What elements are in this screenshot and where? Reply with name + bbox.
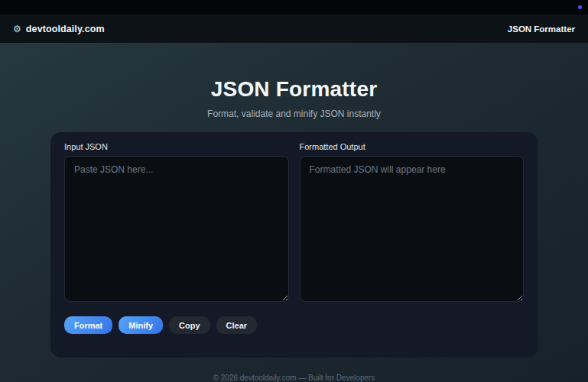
input-json-textarea[interactable] bbox=[64, 156, 289, 302]
input-json-label: Input JSON bbox=[64, 142, 289, 151]
action-buttons: Format Minify Copy Clear bbox=[64, 316, 524, 334]
gear-icon: ⚙ bbox=[13, 24, 21, 34]
nav-page-title: JSON Formatter bbox=[508, 24, 575, 34]
formatted-output-textarea[interactable] bbox=[300, 156, 525, 302]
formatted-output-label: Formatted Output bbox=[300, 142, 525, 151]
clear-button[interactable]: Clear bbox=[216, 316, 258, 334]
output-pane: Formatted Output bbox=[300, 142, 525, 305]
formatter-card: Input JSON Formatted Output Format Minif… bbox=[50, 132, 538, 358]
page-title: JSON Formatter bbox=[0, 77, 588, 102]
site-brand-label: devtooldaily.com bbox=[26, 24, 105, 34]
page-subtitle: Format, validate and minify JSON instant… bbox=[0, 108, 588, 119]
minify-button[interactable]: Minify bbox=[119, 316, 163, 334]
window-top-strip bbox=[0, 0, 588, 15]
site-navbar: ⚙ devtooldaily.com JSON Formatter bbox=[0, 15, 588, 43]
format-button[interactable]: Format bbox=[64, 316, 112, 334]
copy-button[interactable]: Copy bbox=[169, 316, 210, 334]
footer-text: © 2026 devtooldaily.com — Built for Deve… bbox=[0, 374, 588, 382]
input-pane: Input JSON bbox=[64, 142, 289, 305]
hero-section: JSON Formatter Format, validate and mini… bbox=[0, 77, 588, 119]
main-content: JSON Formatter Format, validate and mini… bbox=[0, 77, 588, 382]
favicon-dot bbox=[578, 5, 582, 9]
site-brand[interactable]: ⚙ devtooldaily.com bbox=[13, 24, 105, 34]
